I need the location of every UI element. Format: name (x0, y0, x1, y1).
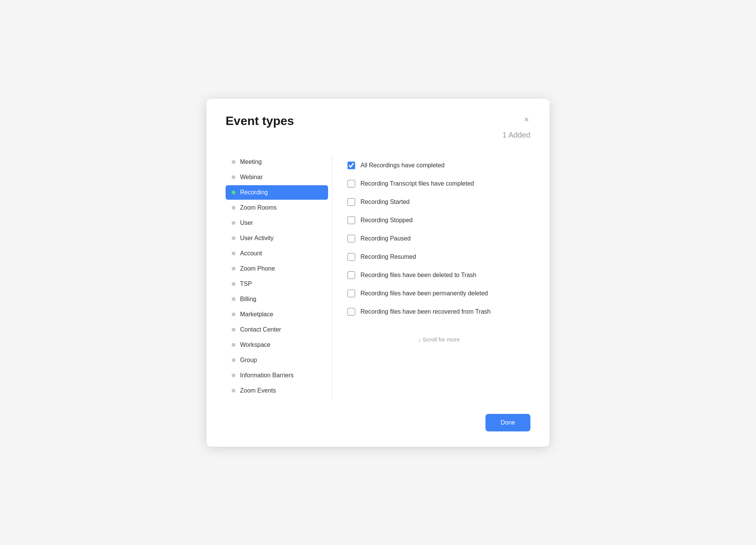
checkbox-recording-started[interactable] (348, 198, 355, 206)
dot-contact-center (232, 328, 235, 332)
close-button[interactable]: × (522, 114, 530, 125)
sidebar-label-contact-center: Contact Center (240, 326, 281, 333)
checkbox-recording-stopped[interactable] (348, 216, 355, 224)
sidebar-label-recording: Recording (240, 189, 268, 196)
sidebar-label-group: Group (240, 357, 257, 364)
checkbox-row-recording-paused: Recording Paused (348, 229, 530, 248)
dot-zoom-rooms (232, 206, 235, 210)
checkbox-wrapper-recording-started (348, 198, 355, 206)
sidebar-item-billing[interactable]: Billing (226, 292, 328, 306)
sidebar-item-marketplace[interactable]: Marketplace (226, 307, 328, 322)
dot-information-barriers (232, 373, 235, 377)
sidebar-label-workspace: Workspace (240, 341, 271, 348)
sidebar-label-marketplace: Marketplace (240, 311, 273, 318)
dot-group (232, 358, 235, 362)
event-type-list: MeetingWebinarRecordingZoom RoomsUserUse… (226, 155, 332, 399)
checkbox-files-deleted-trash[interactable] (348, 271, 355, 279)
sidebar-item-account[interactable]: Account (226, 246, 328, 261)
sidebar-label-zoom-phone: Zoom Phone (240, 265, 275, 272)
dot-webinar (232, 175, 235, 179)
dot-user (232, 221, 235, 225)
dot-account (232, 252, 235, 255)
dot-meeting (232, 160, 235, 164)
checkbox-wrapper-recording-resumed (348, 253, 355, 261)
sidebar-item-zoom-phone[interactable]: Zoom Phone (226, 261, 328, 276)
sidebar-label-information-barriers: Information Barriers (240, 372, 294, 379)
dot-zoom-phone (232, 267, 235, 271)
sidebar-item-zoom-events[interactable]: Zoom Events (226, 383, 328, 398)
checkbox-row-recording-resumed: Recording Resumed (348, 248, 530, 266)
sidebar-item-group[interactable]: Group (226, 353, 328, 367)
sidebar-item-meeting[interactable]: Meeting (226, 155, 328, 169)
checkbox-label-all-recordings-completed: All Recordings have completed (360, 162, 445, 169)
checkbox-row-recording-stopped: Recording Stopped (348, 211, 530, 229)
sidebar-label-user-activity: User Activity (240, 235, 274, 242)
checkbox-row-files-deleted-trash: Recording files have been deleted to Tra… (348, 266, 530, 284)
modal-footer: Done (226, 414, 530, 431)
sidebar-item-workspace[interactable]: Workspace (226, 338, 328, 352)
sidebar-item-information-barriers[interactable]: Information Barriers (226, 368, 328, 383)
sidebar-label-user: User (240, 220, 253, 226)
checkbox-label-files-permanently-deleted: Recording files have been permanently de… (360, 290, 488, 297)
modal-title-area: Event types (226, 114, 294, 128)
checkbox-row-files-permanently-deleted: Recording files have been permanently de… (348, 284, 530, 303)
checkbox-recording-paused[interactable] (348, 235, 355, 242)
checkbox-label-recording-started: Recording Started (360, 199, 410, 205)
sidebar-label-tsp: TSP (240, 281, 252, 287)
sidebar-item-tsp[interactable]: TSP (226, 277, 328, 291)
checkbox-row-files-recovered-trash: Recording files have been recovered from… (348, 303, 530, 321)
dot-billing (232, 297, 235, 301)
sidebar-item-contact-center[interactable]: Contact Center (226, 322, 328, 337)
page-title: Event types (226, 114, 294, 128)
checkbox-files-permanently-deleted[interactable] (348, 290, 355, 297)
dot-marketplace (232, 313, 235, 316)
sidebar-label-meeting: Meeting (240, 159, 262, 165)
dot-user-activity (232, 236, 235, 240)
modal-header: Event types × 1 Added (226, 114, 530, 139)
checkbox-row-transcript-files-completed: Recording Transcript files have complete… (348, 175, 530, 193)
dot-workspace (232, 343, 235, 347)
checkbox-transcript-files-completed[interactable] (348, 180, 355, 188)
checkbox-files-recovered-trash[interactable] (348, 308, 355, 316)
checkbox-label-transcript-files-completed: Recording Transcript files have complete… (360, 180, 474, 187)
checkbox-panel: All Recordings have completedRecording T… (332, 155, 530, 399)
checkbox-wrapper-files-deleted-trash (348, 271, 355, 279)
checkbox-wrapper-transcript-files-completed (348, 180, 355, 188)
scroll-hint: ↓ Scroll for more (348, 332, 530, 343)
sidebar-item-webinar[interactable]: Webinar (226, 170, 328, 184)
checkbox-recording-resumed[interactable] (348, 253, 355, 261)
sidebar-item-user-activity[interactable]: User Activity (226, 231, 328, 245)
sidebar-item-user[interactable]: User (226, 216, 328, 230)
dot-zoom-events (232, 389, 235, 393)
checkbox-row-all-recordings-completed: All Recordings have completed (348, 156, 530, 175)
dot-tsp (232, 282, 235, 286)
checkbox-wrapper-all-recordings-completed (348, 162, 355, 169)
modal-body: MeetingWebinarRecordingZoom RoomsUserUse… (226, 155, 530, 399)
sidebar-item-recording[interactable]: Recording (226, 185, 328, 200)
sidebar-label-account: Account (240, 250, 262, 257)
sidebar-label-zoom-rooms: Zoom Rooms (240, 204, 277, 211)
checkbox-wrapper-files-recovered-trash (348, 308, 355, 316)
checkbox-wrapper-recording-paused (348, 235, 355, 242)
checkbox-all-recordings-completed[interactable] (348, 162, 355, 169)
checkbox-label-recording-paused: Recording Paused (360, 235, 411, 242)
sidebar-label-billing: Billing (240, 296, 256, 303)
header-right: × 1 Added (503, 114, 530, 139)
checkbox-wrapper-files-permanently-deleted (348, 290, 355, 297)
checkbox-label-files-deleted-trash: Recording files have been deleted to Tra… (360, 272, 476, 279)
added-status: 1 Added (503, 131, 530, 139)
checkbox-label-recording-resumed: Recording Resumed (360, 253, 416, 260)
checkbox-row-recording-started: Recording Started (348, 193, 530, 211)
sidebar-item-zoom-rooms[interactable]: Zoom Rooms (226, 200, 328, 215)
sidebar-label-webinar: Webinar (240, 174, 263, 181)
done-button[interactable]: Done (485, 414, 530, 431)
checkbox-label-recording-stopped: Recording Stopped (360, 217, 413, 224)
event-types-modal: Event types × 1 Added MeetingWebinarReco… (207, 99, 549, 447)
checkbox-wrapper-recording-stopped (348, 216, 355, 224)
checkbox-label-files-recovered-trash: Recording files have been recovered from… (360, 308, 491, 315)
dot-recording (232, 191, 235, 194)
sidebar-label-zoom-events: Zoom Events (240, 387, 276, 394)
